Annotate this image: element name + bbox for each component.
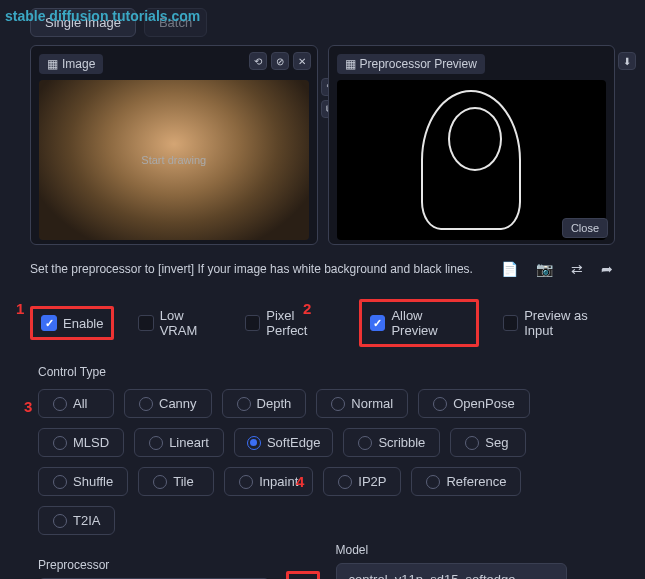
invert-hint: Set the preprocessor to [invert] If your… (30, 262, 485, 276)
preview-label: Preprocessor Preview (360, 57, 477, 71)
enable-checkbox[interactable]: Enable (30, 306, 114, 340)
controltype-radio-ip2p[interactable]: IP2P (323, 467, 401, 496)
watermark-text: stable diffusion tutorials.com (5, 8, 200, 24)
input-image-panel: ▦ Image ⟲ ⊘ ✕ ✎ ⧉ Start drawing (30, 45, 318, 245)
preview-chip: ▦ Preprocessor Preview (337, 54, 485, 74)
radio-label: Reference (446, 474, 506, 489)
image-chip: ▦ Image (39, 54, 103, 74)
preprocessor-label: Preprocessor (38, 558, 270, 572)
radio-label: Canny (159, 396, 197, 411)
radio-icon (53, 475, 67, 489)
radio-label: Shuffle (73, 474, 113, 489)
lowvram-checkbox[interactable]: Low VRAM (138, 308, 221, 338)
model-label: Model (336, 543, 568, 557)
remove-icon[interactable]: ✕ (293, 52, 311, 70)
controltype-radio-mlsd[interactable]: MLSD (38, 428, 124, 457)
radio-label: SoftEdge (267, 435, 321, 450)
checkbox-icon (503, 315, 518, 331)
radio-icon (237, 397, 251, 411)
download-icon[interactable]: ⬇ (618, 52, 636, 70)
radio-label: All (73, 396, 87, 411)
controltype-radio-all[interactable]: All (38, 389, 114, 418)
annotation-2: 2 (303, 300, 311, 317)
options-row: Enable Low VRAM Pixel Perfect Allow Prev… (0, 293, 645, 353)
radio-icon (153, 475, 167, 489)
previewinput-label: Preview as Input (524, 308, 615, 338)
radio-label: OpenPose (453, 396, 514, 411)
controltype-radio-tile[interactable]: Tile (138, 467, 214, 496)
control-type-radios: AllCannyDepthNormalOpenPoseMLSDLineartSo… (0, 385, 645, 539)
controltype-radio-seg[interactable]: Seg (450, 428, 526, 457)
radio-icon (53, 397, 67, 411)
checkbox-icon (245, 315, 260, 331)
controltype-radio-t2ia[interactable]: T2IA (38, 506, 115, 535)
clear-icon[interactable]: ⊘ (271, 52, 289, 70)
pixelperfect-checkbox[interactable]: Pixel Perfect (245, 308, 335, 338)
enable-label: Enable (63, 316, 103, 331)
annotation-4: 4 (296, 473, 304, 490)
controltype-radio-shuffle[interactable]: Shuffle (38, 467, 128, 496)
radio-icon (139, 397, 153, 411)
undo-icon[interactable]: ⟲ (249, 52, 267, 70)
radio-icon (247, 436, 261, 450)
controltype-radio-reference[interactable]: Reference (411, 467, 521, 496)
annotation-3: 3 (24, 398, 32, 415)
control-type-label: Control Type (0, 353, 645, 385)
lowvram-label: Low VRAM (160, 308, 221, 338)
radio-icon (358, 436, 372, 450)
swap-icon[interactable]: ⇄ (569, 259, 585, 279)
radio-icon (149, 436, 163, 450)
radio-icon (53, 436, 67, 450)
radio-icon (433, 397, 447, 411)
controltype-radio-scribble[interactable]: Scribble (343, 428, 440, 457)
radio-icon (338, 475, 352, 489)
controltype-radio-openpose[interactable]: OpenPose (418, 389, 529, 418)
radio-icon (426, 475, 440, 489)
checkbox-icon (41, 315, 57, 331)
pixelperfect-label: Pixel Perfect (266, 308, 335, 338)
image-icon: ▦ (47, 57, 58, 71)
allowpreview-checkbox[interactable]: Allow Preview (359, 299, 479, 347)
doc-icon[interactable]: 📄 (499, 259, 520, 279)
model-value: control_v11p_sd15_softedge [a8575a2a] (349, 572, 548, 579)
controltype-radio-depth[interactable]: Depth (222, 389, 307, 418)
input-image-canvas[interactable]: Start drawing (39, 80, 309, 240)
start-drawing-hint: Start drawing (141, 154, 206, 166)
radio-label: Inpaint (259, 474, 298, 489)
preview-icon: ▦ (345, 57, 356, 71)
preview-panel: ▦ Preprocessor Preview ⬇ Close (328, 45, 616, 245)
radio-label: Scribble (378, 435, 425, 450)
radio-label: Depth (257, 396, 292, 411)
controltype-radio-normal[interactable]: Normal (316, 389, 408, 418)
radio-label: Tile (173, 474, 193, 489)
radio-icon (331, 397, 345, 411)
image-label: Image (62, 57, 95, 71)
radio-label: IP2P (358, 474, 386, 489)
radio-label: Normal (351, 396, 393, 411)
annotation-1: 1 (16, 300, 24, 317)
camera-icon[interactable]: 📷 (534, 259, 555, 279)
radio-icon (239, 475, 253, 489)
controltype-radio-canny[interactable]: Canny (124, 389, 212, 418)
radio-label: Seg (485, 435, 508, 450)
radio-icon (465, 436, 479, 450)
checkbox-icon (138, 315, 153, 331)
close-button[interactable]: Close (562, 218, 608, 238)
model-select[interactable]: control_v11p_sd15_softedge [a8575a2a] ▾ (336, 563, 568, 579)
image-panels: ▦ Image ⟲ ⊘ ✕ ✎ ⧉ Start drawing ▦ Prepro… (0, 45, 645, 245)
radio-label: MLSD (73, 435, 109, 450)
preprocessor-model-row: Preprocessor softedge_pidinet ▾ ✶ Model … (0, 539, 645, 579)
hint-row: Set the preprocessor to [invert] If your… (0, 245, 645, 293)
softedge-outline (421, 90, 521, 230)
send-icon[interactable]: ➦ (599, 259, 615, 279)
preview-image (337, 80, 607, 240)
previewinput-checkbox[interactable]: Preview as Input (503, 308, 615, 338)
allowpreview-label: Allow Preview (391, 308, 467, 338)
controltype-radio-lineart[interactable]: Lineart (134, 428, 224, 457)
radio-icon (53, 514, 67, 528)
checkbox-icon (370, 315, 385, 331)
radio-label: T2IA (73, 513, 100, 528)
controltype-radio-softedge[interactable]: SoftEdge (234, 428, 334, 457)
radio-label: Lineart (169, 435, 209, 450)
